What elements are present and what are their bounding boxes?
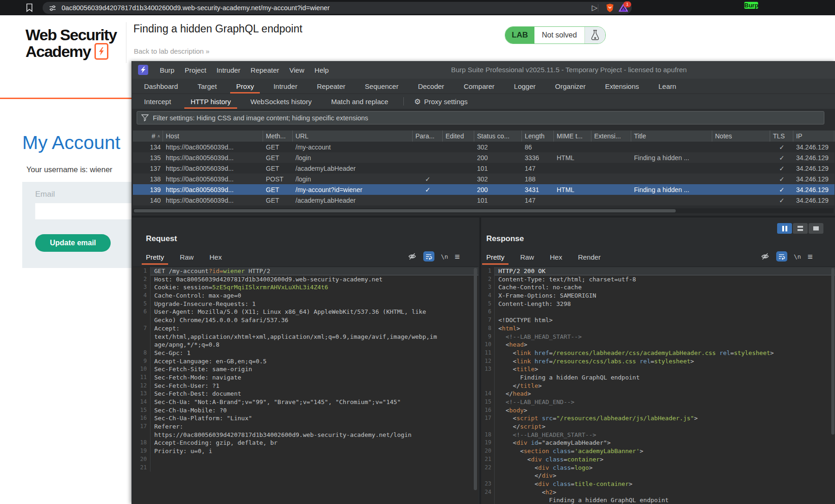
- column-header-mime-t[interactable]: MIME t...: [554, 131, 591, 142]
- column-header-tls[interactable]: TLS: [770, 131, 793, 142]
- column-header-url[interactable]: URL: [293, 131, 413, 142]
- menu-help[interactable]: Help: [309, 66, 334, 74]
- code-line[interactable]: 21: [133, 464, 478, 472]
- code-line[interactable]: 5Content-Length: 3298: [481, 300, 835, 308]
- request-vertical-scrollbar[interactable]: [474, 268, 477, 490]
- table-row-135[interactable]: 135https://0ac80056039d...GET/login20033…: [133, 152, 835, 163]
- code-line[interactable]: 14 </head>: [481, 390, 835, 398]
- hide-nonprintable-icon[interactable]: [408, 252, 417, 261]
- code-line[interactable]: 18 <!--LAB_HEADER_START-->: [481, 431, 835, 439]
- table-row-138[interactable]: 138https://0ac80056039d...POST/login✓302…: [133, 174, 835, 184]
- web-security-academy-logo[interactable]: Web Security Academy: [25, 26, 117, 60]
- code-line[interactable]: 7<!DOCTYPE html>: [481, 316, 835, 324]
- column-header-ip[interactable]: IP: [793, 131, 835, 142]
- code-line[interactable]: 8Sec-Gpc: 1: [133, 349, 478, 357]
- menu-project[interactable]: Project: [180, 66, 212, 74]
- column-header-host[interactable]: Host: [163, 131, 263, 142]
- code-line[interactable]: Finding a hidden GraphQL endpoint: [481, 496, 835, 504]
- code-line[interactable]: 8<html>: [481, 324, 835, 333]
- code-line[interactable]: 3Cache-Control: no-cache: [481, 283, 835, 292]
- menu-view[interactable]: View: [284, 66, 309, 74]
- code-line[interactable]: 16Sec-Ch-Ua-Platform: "Linux": [133, 414, 478, 423]
- code-line[interactable]: 14Sec-Ch-Ua: "Not:A-Brand";v="99", "Brav…: [133, 398, 478, 406]
- response-vertical-scrollbar[interactable]: [831, 268, 835, 435]
- tab-proxy[interactable]: Proxy: [226, 79, 264, 93]
- code-line[interactable]: 2Content-Type: text/html; charset=utf-8: [481, 275, 835, 284]
- request-editor[interactable]: 1GET /my-account?id=wiener HTTP/22Host: …: [133, 267, 478, 504]
- url-text[interactable]: 0ac80056039d4207817d1b34002600d9.web-sec…: [62, 4, 330, 12]
- code-line[interactable]: 17Referer:: [133, 423, 478, 431]
- update-email-button[interactable]: Update email: [35, 234, 111, 252]
- code-line[interactable]: 16 <body>: [481, 406, 835, 415]
- panel-split-divider[interactable]: [132, 216, 835, 218]
- table-row-140[interactable]: 140https://0ac80056039d...GET/academyLab…: [133, 195, 835, 205]
- editor-menu-icon[interactable]: ≡: [808, 252, 813, 261]
- column-header-notes[interactable]: Notes: [712, 131, 770, 142]
- extension-icon[interactable]: 1: [619, 4, 628, 12]
- word-wrap-icon[interactable]: [423, 251, 434, 261]
- column-header-status-co[interactable]: Status co...: [474, 131, 522, 142]
- tab-repeater[interactable]: Repeater: [307, 79, 355, 93]
- tab-target[interactable]: Target: [188, 79, 226, 93]
- code-line[interactable]: 12 <link href=/resources/css/labs.css re…: [481, 357, 835, 366]
- editor-menu-icon[interactable]: ≡: [455, 252, 460, 261]
- column-header-title[interactable]: Title: [631, 131, 712, 142]
- column-header-edited[interactable]: Edited: [443, 131, 474, 142]
- code-line[interactable]: 19 <div id="academyLabHeader">: [481, 439, 835, 447]
- back-to-lab-description-link[interactable]: Back to lab description »: [134, 47, 209, 55]
- code-line[interactable]: 1GET /my-account?id=wiener HTTP/2: [133, 267, 478, 275]
- code-line[interactable]: age/apng,*/*;q=0.8: [133, 341, 478, 349]
- layout-columns-button[interactable]: [777, 223, 792, 234]
- subtab-http-history[interactable]: HTTP history: [181, 94, 240, 109]
- subtab-match-and-replace[interactable]: Match and replace: [321, 94, 398, 109]
- code-line[interactable]: 11 <link href=/resources/labheader/css/a…: [481, 349, 835, 357]
- code-line[interactable]: 15Sec-Ch-Ua-Mobile: ?0: [133, 406, 478, 415]
- code-line[interactable]: 5Upgrade-Insecure-Requests: 1: [133, 300, 478, 308]
- column-header-para[interactable]: Para...: [413, 131, 443, 142]
- brave-shield-icon[interactable]: [606, 3, 614, 12]
- word-wrap-icon[interactable]: [776, 251, 787, 261]
- code-line[interactable]: 21 <div class=container>: [481, 455, 835, 464]
- code-line[interactable]: 17 <script src="/resources/labheader/js/…: [481, 414, 835, 423]
- tab-intruder[interactable]: Intruder: [264, 79, 307, 93]
- code-line[interactable]: Finding a hidden GraphQL endpoint: [481, 373, 835, 382]
- code-line[interactable]: 9Accept-Language: en-GB,en;q=0.5: [133, 357, 478, 366]
- tab-dashboard[interactable]: Dashboard: [134, 79, 188, 93]
- column-header-meth[interactable]: Meth...: [263, 131, 293, 142]
- code-line[interactable]: 13 <title>: [481, 365, 835, 373]
- code-line[interactable]: 7Accept:: [133, 324, 478, 333]
- flask-icon[interactable]: [584, 27, 605, 44]
- address-bar[interactable]: 0ac80056039d4207817d1b34002600d9.web-sec…: [43, 2, 632, 14]
- code-line[interactable]: 20 <section class='academyLabBanner'>: [481, 447, 835, 455]
- code-line[interactable]: 22 <div class=logo>: [481, 464, 835, 472]
- column-header-extensi[interactable]: Extensi...: [591, 131, 631, 142]
- code-line[interactable]: 12Sec-Fetch-User: ?1: [133, 382, 478, 390]
- response-tab-render[interactable]: Render: [570, 249, 609, 265]
- site-settings-icon[interactable]: [49, 5, 56, 12]
- request-tab-pretty[interactable]: Pretty: [138, 249, 172, 265]
- code-line[interactable]: 20: [133, 455, 478, 464]
- code-line[interactable]: 11Sec-Fetch-Mode: navigate: [133, 373, 478, 382]
- scrollbar-thumb[interactable]: [134, 209, 676, 212]
- code-line[interactable]: text/html,application/xhtml+xml,applicat…: [133, 333, 478, 341]
- column-header-length[interactable]: Length: [522, 131, 554, 142]
- tab-comparer[interactable]: Comparer: [454, 79, 504, 93]
- code-line[interactable]: Gecko) Chrome/145.0.0.0 Safari/537.36: [133, 316, 478, 324]
- code-line[interactable]: 15 <!--LAB_HEAD_END-->: [481, 398, 835, 406]
- show-newlines-icon[interactable]: \n: [794, 253, 801, 260]
- code-line[interactable]: </title>: [481, 382, 835, 390]
- tab-organizer[interactable]: Organizer: [546, 79, 596, 93]
- code-line[interactable]: 4Cache-Control: max-age=0: [133, 292, 478, 300]
- show-newlines-icon[interactable]: \n: [441, 253, 448, 260]
- bookmark-icon[interactable]: [26, 3, 33, 12]
- code-line[interactable]: https://0ac80056039d4207817d1b34002600d9…: [133, 431, 478, 439]
- code-line[interactable]: 4X-Frame-Options: SAMEORIGIN: [481, 292, 835, 300]
- code-line[interactable]: 1HTTP/2 200 OK: [481, 267, 835, 275]
- tab-extensions[interactable]: Extensions: [595, 79, 648, 93]
- response-tab-pretty[interactable]: Pretty: [478, 249, 512, 265]
- layout-single-button[interactable]: [809, 223, 823, 234]
- hide-nonprintable-icon[interactable]: [760, 252, 770, 261]
- code-line[interactable]: 10 <head>: [481, 341, 835, 349]
- code-line[interactable]: </script>: [481, 423, 835, 431]
- tab-sequencer[interactable]: Sequencer: [355, 79, 408, 93]
